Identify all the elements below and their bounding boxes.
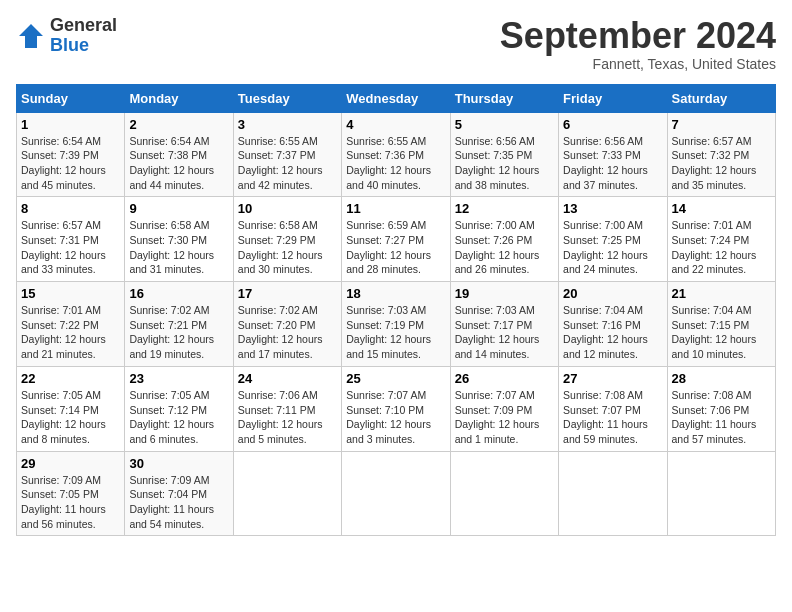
calendar-cell: 19Sunrise: 7:03 AM Sunset: 7:17 PM Dayli…	[450, 282, 558, 367]
svg-marker-0	[19, 24, 43, 48]
logo-blue-text: Blue	[50, 35, 89, 55]
weekday-header-row: SundayMondayTuesdayWednesdayThursdayFrid…	[17, 84, 776, 112]
day-info: Sunrise: 7:02 AM Sunset: 7:21 PM Dayligh…	[129, 303, 228, 362]
day-number: 25	[346, 371, 445, 386]
calendar-cell	[342, 451, 450, 536]
calendar-cell: 12Sunrise: 7:00 AM Sunset: 7:26 PM Dayli…	[450, 197, 558, 282]
day-number: 6	[563, 117, 662, 132]
day-number: 3	[238, 117, 337, 132]
day-number: 21	[672, 286, 771, 301]
calendar-cell: 15Sunrise: 7:01 AM Sunset: 7:22 PM Dayli…	[17, 282, 125, 367]
title-block: September 2024 Fannett, Texas, United St…	[500, 16, 776, 72]
calendar-cell: 26Sunrise: 7:07 AM Sunset: 7:09 PM Dayli…	[450, 366, 558, 451]
day-number: 11	[346, 201, 445, 216]
day-info: Sunrise: 7:02 AM Sunset: 7:20 PM Dayligh…	[238, 303, 337, 362]
calendar-cell: 9Sunrise: 6:58 AM Sunset: 7:30 PM Daylig…	[125, 197, 233, 282]
calendar-cell: 13Sunrise: 7:00 AM Sunset: 7:25 PM Dayli…	[559, 197, 667, 282]
weekday-header-wednesday: Wednesday	[342, 84, 450, 112]
day-number: 10	[238, 201, 337, 216]
calendar-cell: 20Sunrise: 7:04 AM Sunset: 7:16 PM Dayli…	[559, 282, 667, 367]
day-info: Sunrise: 7:03 AM Sunset: 7:17 PM Dayligh…	[455, 303, 554, 362]
day-info: Sunrise: 6:58 AM Sunset: 7:30 PM Dayligh…	[129, 218, 228, 277]
day-number: 17	[238, 286, 337, 301]
weekday-header-monday: Monday	[125, 84, 233, 112]
calendar-cell: 24Sunrise: 7:06 AM Sunset: 7:11 PM Dayli…	[233, 366, 341, 451]
logo: General Blue	[16, 16, 117, 56]
day-number: 30	[129, 456, 228, 471]
day-number: 13	[563, 201, 662, 216]
day-number: 18	[346, 286, 445, 301]
calendar-cell: 11Sunrise: 6:59 AM Sunset: 7:27 PM Dayli…	[342, 197, 450, 282]
day-number: 16	[129, 286, 228, 301]
calendar-cell: 8Sunrise: 6:57 AM Sunset: 7:31 PM Daylig…	[17, 197, 125, 282]
calendar-cell: 18Sunrise: 7:03 AM Sunset: 7:19 PM Dayli…	[342, 282, 450, 367]
day-number: 1	[21, 117, 120, 132]
day-number: 27	[563, 371, 662, 386]
day-number: 28	[672, 371, 771, 386]
day-info: Sunrise: 6:59 AM Sunset: 7:27 PM Dayligh…	[346, 218, 445, 277]
day-info: Sunrise: 7:04 AM Sunset: 7:16 PM Dayligh…	[563, 303, 662, 362]
calendar-cell: 1Sunrise: 6:54 AM Sunset: 7:39 PM Daylig…	[17, 112, 125, 197]
day-info: Sunrise: 6:55 AM Sunset: 7:36 PM Dayligh…	[346, 134, 445, 193]
calendar-cell: 27Sunrise: 7:08 AM Sunset: 7:07 PM Dayli…	[559, 366, 667, 451]
calendar-cell	[667, 451, 775, 536]
day-info: Sunrise: 7:09 AM Sunset: 7:05 PM Dayligh…	[21, 473, 120, 532]
calendar-cell: 25Sunrise: 7:07 AM Sunset: 7:10 PM Dayli…	[342, 366, 450, 451]
page-header: General Blue September 2024 Fannett, Tex…	[16, 16, 776, 72]
calendar-cell: 6Sunrise: 6:56 AM Sunset: 7:33 PM Daylig…	[559, 112, 667, 197]
day-info: Sunrise: 6:57 AM Sunset: 7:31 PM Dayligh…	[21, 218, 120, 277]
calendar-cell: 29Sunrise: 7:09 AM Sunset: 7:05 PM Dayli…	[17, 451, 125, 536]
calendar-cell	[450, 451, 558, 536]
calendar-table: SundayMondayTuesdayWednesdayThursdayFrid…	[16, 84, 776, 537]
calendar-cell: 16Sunrise: 7:02 AM Sunset: 7:21 PM Dayli…	[125, 282, 233, 367]
day-number: 8	[21, 201, 120, 216]
day-info: Sunrise: 6:58 AM Sunset: 7:29 PM Dayligh…	[238, 218, 337, 277]
day-number: 19	[455, 286, 554, 301]
calendar-cell: 2Sunrise: 6:54 AM Sunset: 7:38 PM Daylig…	[125, 112, 233, 197]
day-info: Sunrise: 6:54 AM Sunset: 7:39 PM Dayligh…	[21, 134, 120, 193]
day-info: Sunrise: 7:05 AM Sunset: 7:14 PM Dayligh…	[21, 388, 120, 447]
calendar-cell: 4Sunrise: 6:55 AM Sunset: 7:36 PM Daylig…	[342, 112, 450, 197]
day-number: 2	[129, 117, 228, 132]
calendar-cell: 23Sunrise: 7:05 AM Sunset: 7:12 PM Dayli…	[125, 366, 233, 451]
day-info: Sunrise: 7:08 AM Sunset: 7:06 PM Dayligh…	[672, 388, 771, 447]
day-number: 7	[672, 117, 771, 132]
day-info: Sunrise: 7:09 AM Sunset: 7:04 PM Dayligh…	[129, 473, 228, 532]
day-number: 12	[455, 201, 554, 216]
day-info: Sunrise: 7:08 AM Sunset: 7:07 PM Dayligh…	[563, 388, 662, 447]
calendar-cell: 14Sunrise: 7:01 AM Sunset: 7:24 PM Dayli…	[667, 197, 775, 282]
day-number: 9	[129, 201, 228, 216]
calendar-cell: 28Sunrise: 7:08 AM Sunset: 7:06 PM Dayli…	[667, 366, 775, 451]
calendar-cell: 21Sunrise: 7:04 AM Sunset: 7:15 PM Dayli…	[667, 282, 775, 367]
logo-general-text: General	[50, 15, 117, 35]
day-info: Sunrise: 7:06 AM Sunset: 7:11 PM Dayligh…	[238, 388, 337, 447]
day-info: Sunrise: 7:05 AM Sunset: 7:12 PM Dayligh…	[129, 388, 228, 447]
day-info: Sunrise: 7:01 AM Sunset: 7:24 PM Dayligh…	[672, 218, 771, 277]
day-number: 20	[563, 286, 662, 301]
day-info: Sunrise: 7:04 AM Sunset: 7:15 PM Dayligh…	[672, 303, 771, 362]
weekday-header-sunday: Sunday	[17, 84, 125, 112]
calendar-cell	[233, 451, 341, 536]
location: Fannett, Texas, United States	[500, 56, 776, 72]
day-number: 5	[455, 117, 554, 132]
weekday-header-tuesday: Tuesday	[233, 84, 341, 112]
weekday-header-thursday: Thursday	[450, 84, 558, 112]
week-row-4: 22Sunrise: 7:05 AM Sunset: 7:14 PM Dayli…	[17, 366, 776, 451]
week-row-1: 1Sunrise: 6:54 AM Sunset: 7:39 PM Daylig…	[17, 112, 776, 197]
day-number: 23	[129, 371, 228, 386]
week-row-3: 15Sunrise: 7:01 AM Sunset: 7:22 PM Dayli…	[17, 282, 776, 367]
day-info: Sunrise: 7:07 AM Sunset: 7:10 PM Dayligh…	[346, 388, 445, 447]
day-info: Sunrise: 7:01 AM Sunset: 7:22 PM Dayligh…	[21, 303, 120, 362]
day-number: 24	[238, 371, 337, 386]
day-info: Sunrise: 7:03 AM Sunset: 7:19 PM Dayligh…	[346, 303, 445, 362]
logo-icon	[16, 21, 46, 51]
month-title: September 2024	[500, 16, 776, 56]
week-row-5: 29Sunrise: 7:09 AM Sunset: 7:05 PM Dayli…	[17, 451, 776, 536]
day-info: Sunrise: 6:56 AM Sunset: 7:35 PM Dayligh…	[455, 134, 554, 193]
calendar-cell: 17Sunrise: 7:02 AM Sunset: 7:20 PM Dayli…	[233, 282, 341, 367]
calendar-cell: 30Sunrise: 7:09 AM Sunset: 7:04 PM Dayli…	[125, 451, 233, 536]
weekday-header-friday: Friday	[559, 84, 667, 112]
calendar-cell: 3Sunrise: 6:55 AM Sunset: 7:37 PM Daylig…	[233, 112, 341, 197]
day-info: Sunrise: 6:55 AM Sunset: 7:37 PM Dayligh…	[238, 134, 337, 193]
day-number: 4	[346, 117, 445, 132]
